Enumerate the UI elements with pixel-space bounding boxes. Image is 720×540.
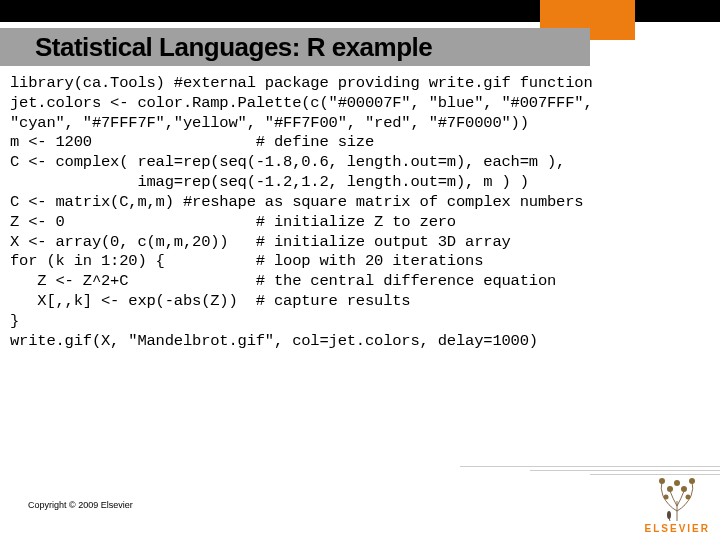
code-line: for (k in 1:20) { # loop with 20 iterati… bbox=[10, 252, 483, 270]
elsevier-tree-icon bbox=[648, 471, 706, 521]
slide-title: Statistical Languages: R example bbox=[0, 32, 432, 63]
code-line: Z <- Z^2+C # the central difference equa… bbox=[10, 272, 556, 290]
code-line: } bbox=[10, 312, 19, 330]
code-line: imag=rep(seq(-1.2,1.2, length.out=m), m … bbox=[10, 173, 529, 191]
svg-point-1 bbox=[667, 486, 673, 492]
code-line: write.gif(X, "Mandelbrot.gif", col=jet.c… bbox=[10, 332, 538, 350]
svg-point-7 bbox=[667, 511, 671, 519]
code-block: library(ca.Tools) #external package prov… bbox=[0, 66, 720, 352]
elsevier-logo-text: ELSEVIER bbox=[645, 523, 710, 534]
code-line: "cyan", "#7FFF7F","yellow", "#FF7F00", "… bbox=[10, 114, 529, 132]
decorative-lines bbox=[0, 466, 720, 478]
code-line: X[,,k] <- exp(-abs(Z)) # capture results bbox=[10, 292, 410, 310]
svg-point-0 bbox=[659, 478, 665, 484]
svg-point-5 bbox=[664, 495, 669, 500]
copyright-footer: Copyright © 2009 Elsevier bbox=[28, 500, 133, 510]
title-bar: Statistical Languages: R example bbox=[0, 28, 590, 66]
top-black-bar bbox=[0, 0, 720, 22]
code-line: C <- complex( real=rep(seq(-1.8,0.6, len… bbox=[10, 153, 565, 171]
code-line: X <- array(0, c(m,m,20)) # initialize ou… bbox=[10, 233, 511, 251]
svg-point-2 bbox=[674, 480, 680, 486]
svg-point-6 bbox=[686, 495, 691, 500]
code-line: m <- 1200 # define size bbox=[10, 133, 374, 151]
elsevier-logo: ELSEVIER bbox=[645, 471, 710, 534]
svg-point-4 bbox=[689, 478, 695, 484]
svg-point-3 bbox=[681, 486, 687, 492]
code-line: C <- matrix(C,m,m) #reshape as square ma… bbox=[10, 193, 583, 211]
code-line: library(ca.Tools) #external package prov… bbox=[10, 74, 593, 92]
code-line: jet.colors <- color.Ramp.Palette(c("#000… bbox=[10, 94, 593, 112]
code-line: Z <- 0 # initialize Z to zero bbox=[10, 213, 456, 231]
